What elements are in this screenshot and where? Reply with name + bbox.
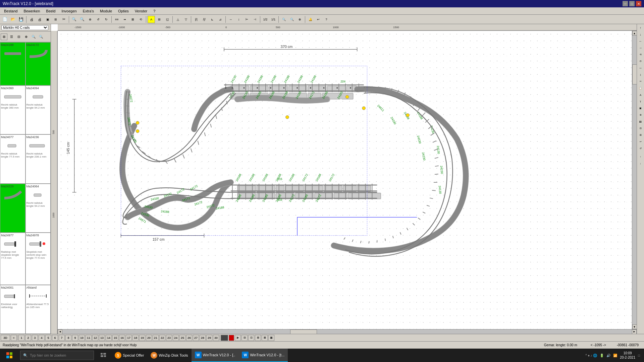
- tab-26[interactable]: 26: [186, 335, 192, 341]
- tab-arrow[interactable]: ▶: [235, 335, 241, 341]
- tab-8[interactable]: 8: [65, 335, 71, 341]
- taskbar-app-wintrack2[interactable]: W WinTrack V12.0 - [t...: [238, 349, 288, 362]
- rt-btn-1[interactable]: ↑: [638, 25, 644, 31]
- tb19[interactable]: /|/: [201, 16, 208, 23]
- tab-btn1[interactable]: ⊟: [241, 335, 248, 341]
- new-button[interactable]: 📄: [1, 16, 9, 23]
- tab-19[interactable]: 19: [139, 335, 145, 341]
- rt-btn-3[interactable]: ←: [638, 38, 644, 44]
- tb32[interactable]: ↩: [315, 16, 322, 23]
- pt-btn-6[interactable]: 🔍: [38, 34, 44, 40]
- menu-bestand[interactable]: Bestand: [1, 8, 20, 14]
- tb28[interactable]: 🔍: [280, 16, 287, 23]
- menu-module[interactable]: Module: [97, 8, 115, 14]
- print2-button[interactable]: 🖨: [36, 16, 43, 23]
- tab-16[interactable]: 16: [119, 335, 125, 341]
- taskbar-app-wintrack1[interactable]: W WinTrack V12.0 - [..: [192, 349, 239, 362]
- tb29[interactable]: 🔍: [288, 16, 296, 23]
- rt-btn-14[interactable]: ⊕: [638, 112, 644, 118]
- tab-25[interactable]: 25: [179, 335, 185, 341]
- system-clock[interactable]: 10:09 20-2-2021: [620, 351, 635, 360]
- track-item-ma24094[interactable]: Ma24094 Recht railstuk lengte 94.2 mm: [25, 85, 51, 135]
- taskbar-search[interactable]: 🔍 Typ hier om te zoeken: [20, 351, 94, 360]
- rt-btn-18[interactable]: ↩: [638, 139, 644, 145]
- tab-24[interactable]: 24: [173, 335, 179, 341]
- tb24[interactable]: ⊢: [243, 16, 251, 23]
- tab-5[interactable]: 5: [45, 335, 51, 341]
- tab-12[interactable]: 12: [92, 335, 98, 341]
- track-item-afstand[interactable]: Afstand Afstandsmaat 77.5 en 165 mm: [25, 285, 51, 334]
- track-item-ma24064[interactable]: Ma24064 Recht railstuk lengte 94.2 mm: [25, 184, 51, 233]
- track-item-ma24188[interactable]: Ma24188: [0, 42, 25, 85]
- vscroll-up-button[interactable]: ▲: [632, 31, 637, 36]
- vertical-scrollbar[interactable]: ▲ ▼: [632, 31, 637, 329]
- tray-notification[interactable]: □: [638, 354, 640, 357]
- rt-btn-17[interactable]: ⊞: [638, 132, 644, 138]
- hscroll-right-button[interactable]: ►: [632, 329, 637, 334]
- tab-27[interactable]: 27: [193, 335, 199, 341]
- tb25[interactable]: ⊣: [251, 16, 259, 23]
- rt-btn-20[interactable]: ↑: [638, 154, 644, 160]
- track-item-ma24001[interactable]: Ma24001 Eindstuk voor railbedrijg: [0, 285, 25, 334]
- tab-20[interactable]: 20: [146, 335, 152, 341]
- tab-2[interactable]: 2: [25, 335, 31, 341]
- tb23[interactable]: ↕: [235, 16, 243, 23]
- menu-opties[interactable]: Opties: [115, 8, 131, 14]
- tab-btn4[interactable]: ⊠: [262, 335, 268, 341]
- pt-btn-1[interactable]: ⊞: [1, 34, 7, 40]
- rt-btn-8[interactable]: ↕: [638, 72, 644, 78]
- window-controls[interactable]: ─ □ ✕: [623, 1, 641, 6]
- track-item-ma24360[interactable]: Ma24360 Recht railstuk lengte 360 mm: [0, 85, 25, 135]
- tb26[interactable]: 1/2: [262, 16, 269, 23]
- track-item-ma24229[interactable]: Ma24229: [0, 184, 25, 233]
- tab-color1[interactable]: [221, 335, 228, 341]
- tab-11[interactable]: 11: [86, 335, 92, 341]
- tab-10[interactable]: 10: [79, 335, 85, 341]
- tab-9[interactable]: 9: [72, 335, 78, 341]
- tb21[interactable]: ⊿: [217, 16, 224, 23]
- menu-bewerken[interactable]: Bewerken: [21, 8, 43, 14]
- rt-btn-13[interactable]: ▣: [638, 105, 644, 111]
- maximize-button[interactable]: □: [629, 1, 635, 6]
- tab-21[interactable]: 21: [153, 335, 159, 341]
- tab-15[interactable]: 15: [112, 335, 118, 341]
- tb31[interactable]: 🔔: [307, 16, 314, 23]
- zoom-in-button[interactable]: 🔍: [78, 16, 86, 23]
- hscroll-track[interactable]: [62, 329, 632, 334]
- tb22[interactable]: ↔: [227, 16, 234, 23]
- tb33[interactable]: ?: [323, 16, 330, 23]
- rt-btn-6[interactable]: ⟳: [638, 58, 644, 64]
- track-item-ma24236[interactable]: Ma24236 Recht railstuk lengte 236.1 mm: [25, 134, 51, 184]
- tb13[interactable]: A: [148, 16, 155, 23]
- tb4[interactable]: ⊞: [52, 16, 59, 23]
- tab-17[interactable]: 17: [126, 335, 132, 341]
- tab-23[interactable]: 23: [166, 335, 172, 341]
- vscroll-down-button[interactable]: ▼: [632, 324, 637, 329]
- menu-invoegen[interactable]: Invoegen: [59, 8, 79, 14]
- tb8[interactable]: ↻: [103, 16, 110, 23]
- tab-3d[interactable]: 3D: [1, 335, 10, 341]
- tb7[interactable]: ↺: [95, 16, 102, 23]
- save-button[interactable]: 💾: [17, 16, 25, 23]
- tab-6[interactable]: 6: [52, 335, 58, 341]
- rt-btn-21[interactable]: ↓: [638, 160, 644, 166]
- tab-29[interactable]: 29: [206, 335, 212, 341]
- rt-btn-9[interactable]: ✂: [638, 78, 644, 84]
- tab-18[interactable]: 18: [132, 335, 139, 341]
- tab-14[interactable]: 14: [106, 335, 112, 341]
- start-button[interactable]: [1, 349, 17, 362]
- tab-30[interactable]: 30: [213, 335, 219, 341]
- taskview-button[interactable]: [97, 349, 110, 362]
- tab-btn3[interactable]: ⊞: [255, 335, 261, 341]
- track-item-ma24978[interactable]: Ma24978 Stopblok met verlicht stop sein …: [25, 233, 51, 285]
- pt-btn-3[interactable]: ⊟: [15, 34, 22, 40]
- tb18[interactable]: |/|: [193, 16, 200, 23]
- rt-btn-10[interactable]: 📋: [638, 85, 644, 91]
- rt-btn-19[interactable]: ↺: [638, 145, 644, 152]
- rt-btn-7[interactable]: ↔: [638, 65, 644, 71]
- tab-btn2[interactable]: ⊡: [248, 335, 254, 341]
- taskbar-app-winzip[interactable]: W WinZip Disk Tools: [147, 349, 191, 362]
- tab-22[interactable]: 22: [159, 335, 165, 341]
- vscroll-track[interactable]: [632, 36, 637, 324]
- minimize-button[interactable]: ─: [623, 1, 628, 6]
